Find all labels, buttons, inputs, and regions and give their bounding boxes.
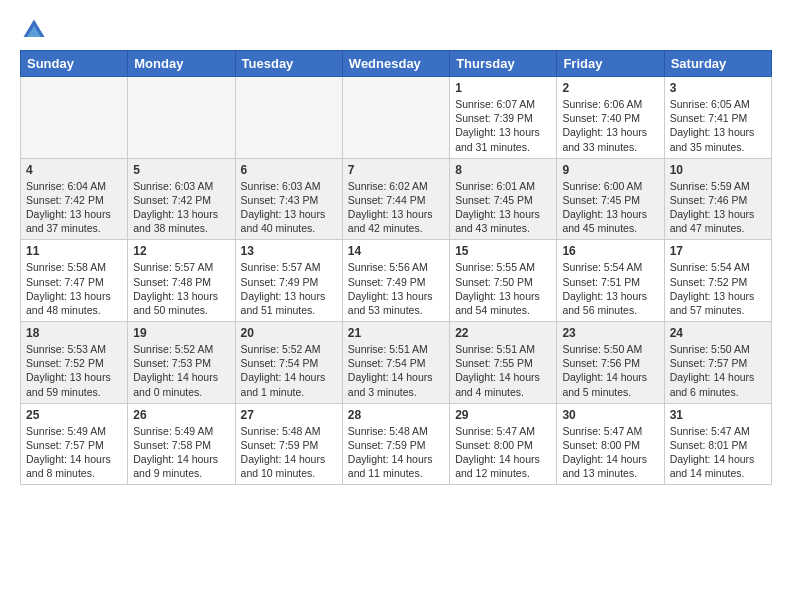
cell-info: Sunrise: 5:49 AM Sunset: 7:57 PM Dayligh… <box>26 424 122 481</box>
calendar-cell: 11Sunrise: 5:58 AM Sunset: 7:47 PM Dayli… <box>21 240 128 322</box>
day-number: 14 <box>348 244 444 258</box>
day-number: 5 <box>133 163 229 177</box>
calendar-week-4: 18Sunrise: 5:53 AM Sunset: 7:52 PM Dayli… <box>21 322 772 404</box>
calendar-cell: 4Sunrise: 6:04 AM Sunset: 7:42 PM Daylig… <box>21 158 128 240</box>
calendar-cell: 24Sunrise: 5:50 AM Sunset: 7:57 PM Dayli… <box>664 322 771 404</box>
calendar-week-3: 11Sunrise: 5:58 AM Sunset: 7:47 PM Dayli… <box>21 240 772 322</box>
logo <box>20 16 52 44</box>
day-header-friday: Friday <box>557 51 664 77</box>
calendar-cell: 30Sunrise: 5:47 AM Sunset: 8:00 PM Dayli… <box>557 403 664 485</box>
calendar-cell: 28Sunrise: 5:48 AM Sunset: 7:59 PM Dayli… <box>342 403 449 485</box>
calendar-cell: 12Sunrise: 5:57 AM Sunset: 7:48 PM Dayli… <box>128 240 235 322</box>
day-number: 10 <box>670 163 766 177</box>
calendar-cell: 22Sunrise: 5:51 AM Sunset: 7:55 PM Dayli… <box>450 322 557 404</box>
calendar-cell: 17Sunrise: 5:54 AM Sunset: 7:52 PM Dayli… <box>664 240 771 322</box>
day-number: 22 <box>455 326 551 340</box>
day-number: 25 <box>26 408 122 422</box>
calendar-cell: 20Sunrise: 5:52 AM Sunset: 7:54 PM Dayli… <box>235 322 342 404</box>
calendar-cell: 23Sunrise: 5:50 AM Sunset: 7:56 PM Dayli… <box>557 322 664 404</box>
calendar-cell: 9Sunrise: 6:00 AM Sunset: 7:45 PM Daylig… <box>557 158 664 240</box>
calendar-week-2: 4Sunrise: 6:04 AM Sunset: 7:42 PM Daylig… <box>21 158 772 240</box>
cell-info: Sunrise: 5:50 AM Sunset: 7:57 PM Dayligh… <box>670 342 766 399</box>
cell-info: Sunrise: 5:47 AM Sunset: 8:01 PM Dayligh… <box>670 424 766 481</box>
day-number: 18 <box>26 326 122 340</box>
day-number: 2 <box>562 81 658 95</box>
day-number: 29 <box>455 408 551 422</box>
cell-info: Sunrise: 5:47 AM Sunset: 8:00 PM Dayligh… <box>562 424 658 481</box>
cell-info: Sunrise: 5:58 AM Sunset: 7:47 PM Dayligh… <box>26 260 122 317</box>
calendar-cell: 25Sunrise: 5:49 AM Sunset: 7:57 PM Dayli… <box>21 403 128 485</box>
day-number: 4 <box>26 163 122 177</box>
calendar-cell: 13Sunrise: 5:57 AM Sunset: 7:49 PM Dayli… <box>235 240 342 322</box>
day-number: 21 <box>348 326 444 340</box>
day-header-saturday: Saturday <box>664 51 771 77</box>
day-number: 13 <box>241 244 337 258</box>
calendar-cell: 3Sunrise: 6:05 AM Sunset: 7:41 PM Daylig… <box>664 77 771 159</box>
day-number: 23 <box>562 326 658 340</box>
cell-info: Sunrise: 5:52 AM Sunset: 7:54 PM Dayligh… <box>241 342 337 399</box>
cell-info: Sunrise: 6:00 AM Sunset: 7:45 PM Dayligh… <box>562 179 658 236</box>
calendar-cell <box>342 77 449 159</box>
cell-info: Sunrise: 6:05 AM Sunset: 7:41 PM Dayligh… <box>670 97 766 154</box>
day-header-tuesday: Tuesday <box>235 51 342 77</box>
day-header-thursday: Thursday <box>450 51 557 77</box>
page-header <box>20 16 772 44</box>
calendar-cell: 21Sunrise: 5:51 AM Sunset: 7:54 PM Dayli… <box>342 322 449 404</box>
cell-info: Sunrise: 6:03 AM Sunset: 7:42 PM Dayligh… <box>133 179 229 236</box>
cell-info: Sunrise: 5:53 AM Sunset: 7:52 PM Dayligh… <box>26 342 122 399</box>
day-number: 19 <box>133 326 229 340</box>
cell-info: Sunrise: 5:59 AM Sunset: 7:46 PM Dayligh… <box>670 179 766 236</box>
cell-info: Sunrise: 5:57 AM Sunset: 7:49 PM Dayligh… <box>241 260 337 317</box>
cell-info: Sunrise: 6:02 AM Sunset: 7:44 PM Dayligh… <box>348 179 444 236</box>
day-number: 26 <box>133 408 229 422</box>
calendar-cell: 19Sunrise: 5:52 AM Sunset: 7:53 PM Dayli… <box>128 322 235 404</box>
day-number: 28 <box>348 408 444 422</box>
cell-info: Sunrise: 5:50 AM Sunset: 7:56 PM Dayligh… <box>562 342 658 399</box>
day-number: 15 <box>455 244 551 258</box>
day-number: 17 <box>670 244 766 258</box>
cell-info: Sunrise: 5:55 AM Sunset: 7:50 PM Dayligh… <box>455 260 551 317</box>
cell-info: Sunrise: 5:57 AM Sunset: 7:48 PM Dayligh… <box>133 260 229 317</box>
calendar-header: SundayMondayTuesdayWednesdayThursdayFrid… <box>21 51 772 77</box>
day-number: 8 <box>455 163 551 177</box>
calendar-cell: 29Sunrise: 5:47 AM Sunset: 8:00 PM Dayli… <box>450 403 557 485</box>
calendar-week-5: 25Sunrise: 5:49 AM Sunset: 7:57 PM Dayli… <box>21 403 772 485</box>
day-number: 20 <box>241 326 337 340</box>
cell-info: Sunrise: 5:51 AM Sunset: 7:54 PM Dayligh… <box>348 342 444 399</box>
day-number: 6 <box>241 163 337 177</box>
cell-info: Sunrise: 5:52 AM Sunset: 7:53 PM Dayligh… <box>133 342 229 399</box>
calendar-cell: 10Sunrise: 5:59 AM Sunset: 7:46 PM Dayli… <box>664 158 771 240</box>
day-number: 9 <box>562 163 658 177</box>
calendar-cell <box>21 77 128 159</box>
cell-info: Sunrise: 6:07 AM Sunset: 7:39 PM Dayligh… <box>455 97 551 154</box>
calendar-cell: 5Sunrise: 6:03 AM Sunset: 7:42 PM Daylig… <box>128 158 235 240</box>
cell-info: Sunrise: 5:48 AM Sunset: 7:59 PM Dayligh… <box>348 424 444 481</box>
day-header-monday: Monday <box>128 51 235 77</box>
days-of-week-row: SundayMondayTuesdayWednesdayThursdayFrid… <box>21 51 772 77</box>
day-number: 24 <box>670 326 766 340</box>
cell-info: Sunrise: 6:04 AM Sunset: 7:42 PM Dayligh… <box>26 179 122 236</box>
day-number: 11 <box>26 244 122 258</box>
day-number: 12 <box>133 244 229 258</box>
calendar-cell: 16Sunrise: 5:54 AM Sunset: 7:51 PM Dayli… <box>557 240 664 322</box>
day-number: 3 <box>670 81 766 95</box>
cell-info: Sunrise: 5:48 AM Sunset: 7:59 PM Dayligh… <box>241 424 337 481</box>
calendar-cell: 31Sunrise: 5:47 AM Sunset: 8:01 PM Dayli… <box>664 403 771 485</box>
calendar-cell: 8Sunrise: 6:01 AM Sunset: 7:45 PM Daylig… <box>450 158 557 240</box>
cell-info: Sunrise: 6:06 AM Sunset: 7:40 PM Dayligh… <box>562 97 658 154</box>
cell-info: Sunrise: 5:56 AM Sunset: 7:49 PM Dayligh… <box>348 260 444 317</box>
calendar-cell: 18Sunrise: 5:53 AM Sunset: 7:52 PM Dayli… <box>21 322 128 404</box>
cell-info: Sunrise: 5:54 AM Sunset: 7:52 PM Dayligh… <box>670 260 766 317</box>
calendar-cell: 15Sunrise: 5:55 AM Sunset: 7:50 PM Dayli… <box>450 240 557 322</box>
day-number: 1 <box>455 81 551 95</box>
cell-info: Sunrise: 6:03 AM Sunset: 7:43 PM Dayligh… <box>241 179 337 236</box>
day-header-wednesday: Wednesday <box>342 51 449 77</box>
cell-info: Sunrise: 5:51 AM Sunset: 7:55 PM Dayligh… <box>455 342 551 399</box>
cell-info: Sunrise: 5:47 AM Sunset: 8:00 PM Dayligh… <box>455 424 551 481</box>
calendar-week-1: 1Sunrise: 6:07 AM Sunset: 7:39 PM Daylig… <box>21 77 772 159</box>
day-number: 16 <box>562 244 658 258</box>
day-number: 7 <box>348 163 444 177</box>
calendar-cell <box>235 77 342 159</box>
cell-info: Sunrise: 6:01 AM Sunset: 7:45 PM Dayligh… <box>455 179 551 236</box>
calendar-cell: 7Sunrise: 6:02 AM Sunset: 7:44 PM Daylig… <box>342 158 449 240</box>
